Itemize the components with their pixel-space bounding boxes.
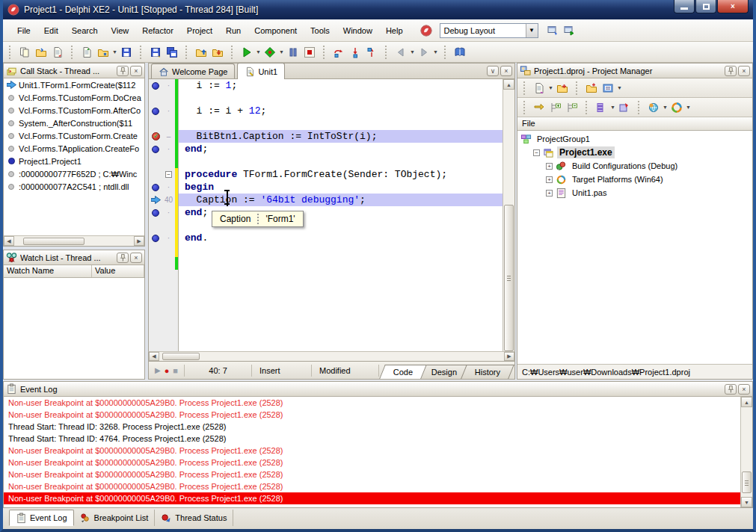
event-log-entry[interactable]: Non-user Breakpoint at $00000000005A29B0… [4,445,740,457]
trace-into-button[interactable] [347,44,363,61]
sort-by-dropdown-icon[interactable]: ▼ [609,105,616,110]
program-reset-button[interactable] [301,44,318,61]
new-project-dropdown-icon[interactable]: ▼ [547,85,554,90]
close-icon[interactable]: × [738,384,750,395]
minimize-button[interactable] [674,0,695,13]
breakpoint-dot-icon[interactable] [149,79,162,92]
event-log-entry[interactable]: Non-user Breakpoint at $00000000005A29B0… [4,409,740,421]
code-line[interactable] [149,219,503,232]
watch-value-column-header[interactable]: Value [92,265,144,277]
gutter-cell[interactable] [149,346,162,351]
menu-component[interactable]: Component [248,23,304,38]
call-stack-entry[interactable]: :00000000777F652D ; C:₩Winc [4,167,144,180]
breakpoint-dot-icon[interactable] [149,181,162,194]
gutter-cell[interactable] [149,155,162,168]
code-text[interactable] [179,257,503,270]
call-stack-entry[interactable]: Vcl.Forms.TCustomForm.DoCrea [4,91,144,104]
navigate-forward-dropdown-icon[interactable]: ▼ [432,49,439,55]
scroll-thumb[interactable] [162,353,200,360]
expand-all-button[interactable] [547,99,564,116]
sync-with-editor-button[interactable] [531,99,547,116]
step-over-button[interactable] [331,44,347,61]
gutter-cell[interactable] [149,244,162,257]
scroll-thumb[interactable] [504,205,514,351]
tree-node-target-platforms-win64-[interactable]: +Target Platforms (Win64) [517,173,752,186]
menu-search[interactable]: Search [65,23,105,38]
pause-button[interactable] [285,44,301,61]
tree-expand-icon[interactable]: − [533,149,540,156]
scroll-left-icon[interactable]: ◀ [4,236,14,246]
activity-button[interactable] [645,99,662,116]
open-button[interactable] [33,44,49,61]
code-text[interactable] [179,308,503,321]
gutter-cell[interactable] [149,308,162,321]
view-selector-button[interactable] [600,80,616,96]
editor-tab-unit1[interactable]: Unit1 [237,63,285,79]
event-log-entry[interactable]: Thread Start: Thread ID: 4764. Process P… [4,433,740,445]
call-stack-hscrollbar[interactable]: ◀ ▶ [4,235,144,246]
tree-node-build-configurations-debug-[interactable]: +Build Configurations (Debug) [517,159,752,173]
gutter-cell[interactable] [149,333,162,346]
event-log-entry[interactable]: Non-user Breakpoint at $00000000005A29B0… [4,397,740,409]
menu-project[interactable]: Project [180,23,219,38]
code-text[interactable]: BitBtn1.Caption := IntToStr(i); [179,130,503,143]
tree-node-project1-exe[interactable]: −Project1.exe [517,146,752,159]
code-line[interactable] [149,333,503,346]
tree-expand-icon[interactable]: + [546,190,553,197]
scroll-thumb[interactable] [23,238,84,245]
activity-dropdown-icon[interactable]: ▼ [662,105,669,110]
open-project-button[interactable] [95,44,111,61]
breakpoint-dot-icon[interactable] [149,232,162,244]
code-line[interactable]: 40 Caption := '64bit debugging'; [149,194,503,206]
collapse-all-button[interactable] [564,99,580,116]
file-column-header[interactable]: File [517,117,752,131]
code-lines[interactable]: · i := 1;· i := i + 12;✓– BitBtn1.Captio… [149,79,503,351]
add-file-to-project-button[interactable] [193,44,209,61]
pin-icon[interactable] [117,66,129,76]
editor-tab-welcome-page[interactable]: Welcome Page [151,64,235,78]
event-log-entry[interactable]: Thread Start: Thread ID: 3268. Process P… [4,421,740,433]
code-text[interactable] [179,244,503,257]
run-without-debugging-button[interactable] [262,44,278,61]
run-button[interactable] [239,44,255,61]
bottom-tab-breakpoint-list[interactable]: Breakpoint List [74,510,156,526]
scroll-up-icon[interactable]: ▲ [503,79,514,90]
add-project-button[interactable] [554,80,571,96]
close-icon[interactable]: × [738,66,750,76]
macro-stop-icon[interactable]: ■ [173,366,178,375]
code-line[interactable] [149,257,503,270]
editor-vscrollbar[interactable]: ▲ [503,79,514,351]
save-as-button[interactable] [147,44,164,61]
code-line[interactable]: ·begin [149,181,503,194]
view-tab-history[interactable]: History [461,365,514,379]
titlebar[interactable]: Project1 - Delphi XE2 - Unit1 [Stopped -… [3,0,753,19]
execution-point-icon[interactable] [149,194,162,206]
code-line[interactable]: ✓– BitBtn1.Caption := IntToStr(i); [149,130,503,143]
scroll-up-icon[interactable]: ▲ [741,397,752,407]
gutter-cell[interactable] [149,257,162,270]
open-project-dropdown-icon[interactable]: ▼ [111,49,118,55]
editor-hscrollbar[interactable]: ◀ ▶ [148,351,515,362]
platforms-refresh-dropdown-icon[interactable]: ▼ [685,105,692,110]
remove-file-from-project-button[interactable] [209,44,226,61]
code-text[interactable] [179,282,503,295]
add-to-project-button[interactable] [49,44,66,61]
call-stack-entry[interactable]: Vcl.Forms.TCustomForm.AfterCo [4,104,144,117]
gutter-cell[interactable] [149,117,162,130]
save-button[interactable] [118,44,135,61]
breakpoint-dot-icon[interactable] [149,206,162,219]
run-without-debugging-dropdown-icon[interactable]: ▼ [278,49,285,55]
gutter-cell[interactable] [149,282,162,295]
set-debug-desktop-icon[interactable] [561,22,577,39]
code-text[interactable] [179,270,503,282]
bottom-tab-event-log[interactable]: Event Log [9,510,74,526]
pin-icon[interactable] [725,66,737,76]
gutter-cell[interactable] [149,168,162,181]
code-text[interactable] [179,321,503,333]
code-line[interactable] [149,346,503,351]
pin-icon[interactable] [117,253,129,263]
new-project-button[interactable] [531,80,547,96]
code-line[interactable] [149,117,503,130]
watch-name-column-header[interactable]: Watch Name [4,265,92,277]
call-stack-entry[interactable]: Project1.Project1 [4,155,144,167]
